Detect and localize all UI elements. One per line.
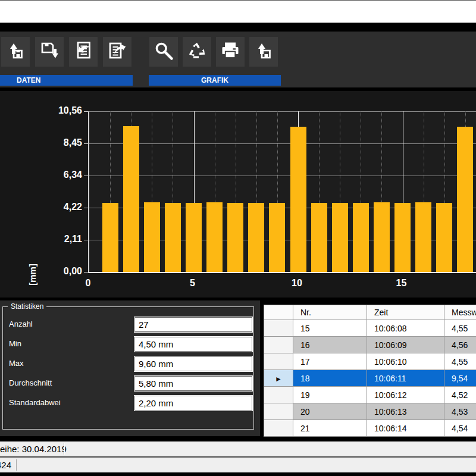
cell-zeit[interactable]: 10:06:12 [367, 387, 444, 403]
toolbar: DATEN GRAFIK [0, 32, 476, 87]
column-header-messwe[interactable]: Messwe [444, 305, 476, 320]
zoom-button[interactable] [149, 37, 178, 67]
export-graphic-icon [253, 40, 274, 64]
stat-label-anzahl: Anzahl [9, 320, 33, 328]
table-row[interactable]: 1510:06:084,55 [264, 320, 476, 337]
cell-nr[interactable]: 15 [293, 320, 367, 337]
chart-bar [248, 203, 264, 272]
status-bar-1: eihe: 30.04.2019 [0, 441, 476, 456]
x-tick-label: 5 [190, 278, 195, 289]
print-button[interactable] [216, 37, 245, 67]
y-tick-label: 8,45 [35, 137, 82, 148]
bottom-section: Statistiken Anzahl27Min4,50 mmMax9,60 mm… [0, 298, 476, 441]
y-tick-label: 4,22 [35, 202, 82, 212]
row-selector-cell[interactable]: ► [264, 370, 293, 387]
measurement-table-container[interactable]: Nr.ZeitMesswe 1510:06:084,551610:06:094,… [264, 305, 476, 437]
row-selector-cell[interactable] [264, 353, 293, 370]
import-document-icon [73, 40, 94, 64]
chart-bar [353, 203, 369, 272]
cell-nr[interactable]: 19 [293, 387, 367, 403]
cell-messwert[interactable]: 4,56 [444, 337, 476, 353]
y-tick-label: 10,56 [35, 105, 82, 116]
horizontal-gridline [89, 111, 476, 112]
export-document-icon [107, 40, 128, 64]
row-selector-cell[interactable] [264, 337, 293, 353]
chart-bar [144, 202, 160, 272]
table-row[interactable]: 1710:06:104,55 [264, 353, 476, 370]
chart-bar [415, 202, 431, 272]
row-selector-cell[interactable] [264, 320, 293, 337]
cell-nr[interactable]: 17 [293, 353, 367, 370]
export-document-button[interactable] [103, 37, 131, 67]
stat-value-standardabwei[interactable]: 2,20 mm [134, 396, 252, 411]
stat-label-durchschnitt: Durchschnitt [9, 378, 52, 387]
stat-label-max: Max [9, 359, 24, 368]
cell-zeit[interactable]: 10:06:13 [367, 403, 444, 420]
y-tick-mark [84, 272, 88, 273]
open-from-disk-button[interactable] [1, 37, 30, 67]
export-graphic-button[interactable] [249, 37, 278, 67]
cell-messwert[interactable]: 4,54 [444, 420, 476, 437]
table-row[interactable]: 1610:06:094,56 [264, 337, 476, 353]
chart-bar [332, 203, 348, 272]
chart-bar [227, 203, 243, 272]
column-header-zeit[interactable]: Zeit [367, 305, 444, 320]
save-to-disk-button[interactable] [35, 37, 64, 67]
chart-bar [436, 203, 452, 272]
cell-zeit[interactable]: 10:06:09 [367, 337, 444, 353]
cell-nr[interactable]: 18 [293, 370, 367, 387]
statistics-groupbox: Statistiken Anzahl27Min4,50 mmMax9,60 mm… [2, 306, 254, 430]
open-from-disk-icon [5, 40, 26, 64]
stat-label-min: Min [9, 339, 21, 348]
table-row[interactable]: 2110:06:144,54 [264, 420, 476, 437]
cell-messwert[interactable]: 4,55 [444, 353, 476, 370]
cell-messwert[interactable]: 4,52 [444, 387, 476, 403]
row-selector-cell[interactable] [264, 420, 293, 437]
cell-messwert[interactable]: 9,54 [444, 370, 476, 387]
chart-bar [374, 202, 390, 272]
column-header-nr[interactable]: Nr. [293, 305, 367, 320]
stat-value-anzahl[interactable]: 27 [134, 317, 252, 332]
stat-value-durchschnitt[interactable]: 5,80 mm [134, 376, 252, 391]
row-selector-cell[interactable] [264, 387, 293, 403]
horizontal-gridline [89, 176, 476, 176]
cell-nr[interactable]: 21 [293, 420, 367, 437]
horizontal-gridline [89, 143, 476, 144]
cell-zeit[interactable]: 10:06:14 [367, 420, 444, 437]
recycle-button[interactable] [183, 37, 211, 67]
cell-messwert[interactable]: 4,53 [444, 403, 476, 420]
status-separator [64, 443, 65, 455]
status-date-text: eihe: 30.04.2019 [0, 444, 67, 454]
cell-nr[interactable]: 20 [293, 403, 367, 420]
cell-nr[interactable]: 16 [293, 337, 367, 353]
toolbar-group-grafik [149, 37, 278, 67]
row-selector-cell[interactable] [264, 403, 293, 420]
status-count-text: 424 [0, 460, 11, 470]
stat-value-min[interactable]: 4,50 mm [134, 337, 252, 352]
recycle-icon [186, 40, 208, 64]
y-tick-label: 6,34 [35, 170, 82, 180]
stat-value-max[interactable]: 9,60 mm [134, 356, 252, 371]
stat-label-standardabwei: Standardabwei [9, 398, 61, 407]
table-row[interactable]: 1910:06:124,52 [264, 387, 476, 403]
cell-zeit[interactable]: 10:06:10 [367, 353, 444, 370]
app-window: DATEN GRAFIK [mm] 0,002,114,226,348,4510… [0, 0, 476, 476]
daten-label-text: DATEN [17, 76, 40, 84]
y-tick-label: 2,11 [35, 234, 82, 245]
cell-messwert[interactable]: 4,55 [444, 320, 476, 337]
chart-bar [206, 202, 223, 272]
import-document-button[interactable] [69, 37, 98, 67]
table-header-row: Nr.ZeitMesswe [264, 305, 476, 320]
y-tick-mark [84, 143, 88, 144]
toolbar-group-daten [1, 37, 131, 67]
cell-zeit[interactable]: 10:06:08 [367, 320, 444, 337]
cell-zeit[interactable]: 10:06:11 [367, 370, 444, 387]
x-tick-label: 10 [292, 278, 302, 289]
table-row[interactable]: 2010:06:134,53 [264, 403, 476, 420]
measurement-table[interactable]: Nr.ZeitMesswe 1510:06:084,551610:06:094,… [264, 305, 476, 437]
chart-bar [102, 203, 118, 272]
table-row[interactable]: ►1810:06:119,54 [264, 370, 476, 387]
chart-bar [269, 203, 285, 272]
chart-section: [mm] 0,002,114,226,348,4510,56051015 [0, 87, 476, 298]
top-black-strip [0, 23, 476, 32]
